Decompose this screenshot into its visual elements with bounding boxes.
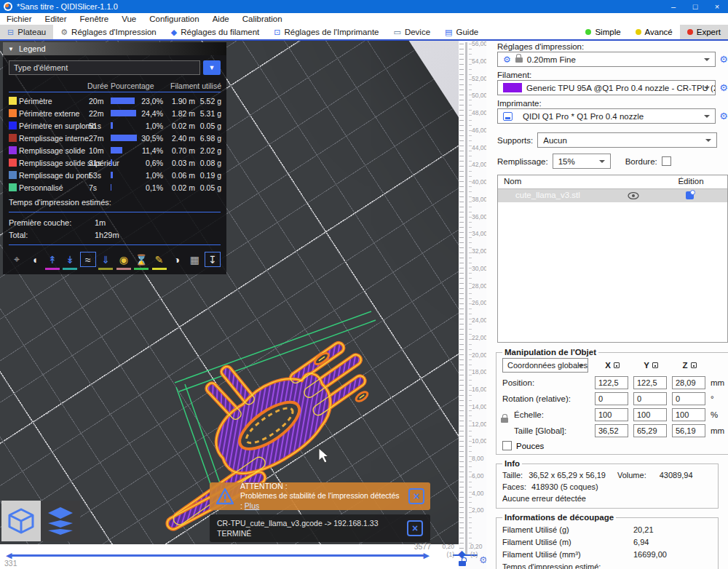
feature-color-swatch xyxy=(9,183,17,191)
legend-toolbar-button[interactable]: ▦ xyxy=(186,252,202,270)
percentage-bar xyxy=(111,122,113,129)
print-settings-dropdown[interactable]: ⚙ 0.20mm Fine xyxy=(497,52,716,67)
tab[interactable]: ▭ Device xyxy=(387,25,438,39)
cube-icon xyxy=(7,506,36,536)
legend-title: Legend xyxy=(19,44,46,53)
warning-close-icon[interactable]: × xyxy=(408,488,424,504)
toolbar-underline xyxy=(152,268,167,270)
menu-item[interactable]: Calibration xyxy=(236,15,289,23)
visibility-eye-icon[interactable] xyxy=(628,192,639,199)
axis-reset-icon[interactable] xyxy=(691,362,697,368)
element-type-dropdown[interactable]: Type d'élément xyxy=(9,60,200,75)
legend-row: Remplissage interne 27m 30,5% 2.40 m 6.9… xyxy=(9,132,221,144)
menu-item[interactable]: Aide xyxy=(206,15,236,23)
feature-color-swatch xyxy=(9,171,17,179)
menu-item[interactable]: Vue xyxy=(115,15,143,23)
element-type-dropdown-button[interactable]: ▼ xyxy=(203,60,221,75)
size-value: 36,52 x 65,29 x 56,19 xyxy=(529,471,606,480)
legend-toolbar-button[interactable]: ⌛ xyxy=(133,252,149,270)
legend-toolbar-button[interactable]: ↡ xyxy=(62,252,78,270)
y-value-input[interactable] xyxy=(633,424,667,437)
legend-toolbar-button[interactable]: ◑ xyxy=(169,252,185,270)
y-value-input[interactable] xyxy=(633,408,667,421)
print-settings-gear-icon[interactable]: ⚙ xyxy=(719,54,728,65)
close-button[interactable]: × xyxy=(706,0,728,13)
3d-view-button[interactable] xyxy=(1,501,41,541)
menu-item[interactable]: Editer xyxy=(39,15,74,23)
legend-toolbar-button[interactable]: ≈ xyxy=(80,252,96,270)
legend-toolbar-button[interactable]: ⇓ xyxy=(98,252,114,270)
scale-lock-icon[interactable] xyxy=(501,418,508,423)
manipulation-label: Rotation (relative): xyxy=(502,394,591,403)
axis-reset-icon[interactable] xyxy=(652,362,658,368)
object-row[interactable]: cute_llama_v3.stl xyxy=(498,189,727,202)
legend-toolbar-button[interactable]: ↟ xyxy=(44,252,60,270)
mode-label: Simple xyxy=(595,28,620,36)
layer-height-label: 30,00 xyxy=(472,266,486,272)
move-slider[interactable]: ◀ ▶ xyxy=(6,550,430,560)
legend-toolbar-button[interactable]: ✎ xyxy=(151,252,167,270)
slider-right-handle-icon[interactable]: ▶ xyxy=(424,550,430,560)
legend-toolbar-button[interactable]: ⌖ xyxy=(9,252,25,270)
brim-checkbox[interactable] xyxy=(662,156,671,166)
axis-reset-icon[interactable] xyxy=(614,362,620,368)
printer-gear-icon[interactable]: ⚙ xyxy=(719,111,728,122)
menu-item[interactable]: Fenêtre xyxy=(74,15,116,23)
menu-item[interactable]: Configuration xyxy=(143,15,205,23)
layer-slider-track[interactable] xyxy=(465,42,467,556)
col-percentage: Pourcentage xyxy=(111,81,163,90)
layer-slider[interactable]: 56,0054,0052,0050,0048,0046,0044,0042,00… xyxy=(459,41,486,569)
tab[interactable]: ⊡ Réglages de l'Imprimante xyxy=(266,25,386,39)
warning-more-link[interactable]: Plus xyxy=(245,501,259,510)
supports-dropdown[interactable]: Aucun xyxy=(537,132,717,148)
z-value-input[interactable] xyxy=(672,392,705,405)
feature-color-swatch xyxy=(9,122,17,130)
tab[interactable]: ◆ Réglages du filament xyxy=(164,25,267,39)
feature-duration: 7s xyxy=(87,183,109,192)
status-close-icon[interactable]: × xyxy=(407,520,423,536)
filament-dropdown[interactable]: Generic TPU 95A @Q1 Pro 0.4 nozzle - CR-… xyxy=(497,80,716,95)
viewport-3d[interactable]: ▼ Legend Type d'élément ▼ Durée Pourcent… xyxy=(0,41,459,544)
sliced-info-label: Filament Utilisé (g) xyxy=(502,525,633,534)
tab[interactable]: ⊟ Plateau xyxy=(0,25,53,39)
z-value-input[interactable] xyxy=(672,408,705,421)
legend-toolbar-button[interactable]: ↧ xyxy=(205,252,221,270)
toolbar-glyph-icon: ▦ xyxy=(186,252,202,267)
unit-label: mm xyxy=(711,426,724,435)
z-value-input[interactable] xyxy=(672,376,705,389)
x-value-input[interactable] xyxy=(595,408,628,421)
layers-preview-button[interactable] xyxy=(41,501,80,541)
feature-mass: 2.02 g xyxy=(197,146,221,155)
feature-color-swatch xyxy=(9,109,17,117)
legend-panel-header[interactable]: ▼ Legend xyxy=(3,42,226,55)
x-value-input[interactable] xyxy=(595,392,628,405)
menu-item[interactable]: Fichier xyxy=(0,15,39,23)
filament-gear-icon[interactable]: ⚙ xyxy=(719,82,728,93)
minimize-button[interactable]: – xyxy=(662,0,684,13)
layer-lock-icon[interactable] xyxy=(459,561,466,566)
legend-toolbar-button[interactable]: ◖ xyxy=(26,252,42,270)
feature-mass: 0.08 g xyxy=(197,159,221,167)
toolbar-underline xyxy=(81,268,95,270)
coordinates-dropdown[interactable]: Coordonnées globales xyxy=(502,358,588,373)
z-value-input[interactable] xyxy=(672,424,705,437)
y-value-input[interactable] xyxy=(633,376,667,389)
toolbar-glyph-icon: ◖ xyxy=(27,252,43,267)
x-value-input[interactable] xyxy=(595,424,628,437)
edit-icon[interactable] xyxy=(686,191,694,199)
y-value-input[interactable] xyxy=(633,392,667,405)
inches-checkbox[interactable] xyxy=(502,441,512,450)
object-manipulation-group: Manipulation de l'Objet Coordonnées glob… xyxy=(496,348,728,455)
toolbar-underline xyxy=(98,268,113,270)
maximize-button[interactable]: □ xyxy=(684,0,706,13)
mode-button[interactable]: Simple xyxy=(578,25,628,39)
printer-dropdown[interactable]: QIDI Q1 Pro * Q1 Pro 0.4 nozzle xyxy=(497,108,716,124)
layer-slider-handle-icon[interactable]: ◆ xyxy=(458,548,466,560)
tab[interactable]: ▤ Guide xyxy=(438,25,486,39)
tab[interactable]: ⚙ Réglages d'Impression xyxy=(53,25,164,39)
x-value-input[interactable] xyxy=(595,376,628,389)
infill-dropdown[interactable]: 15% xyxy=(553,154,611,169)
mode-button[interactable]: Expert xyxy=(680,25,728,39)
legend-toolbar-button[interactable]: ◉ xyxy=(116,252,132,270)
mode-button[interactable]: Avancé xyxy=(628,25,680,39)
